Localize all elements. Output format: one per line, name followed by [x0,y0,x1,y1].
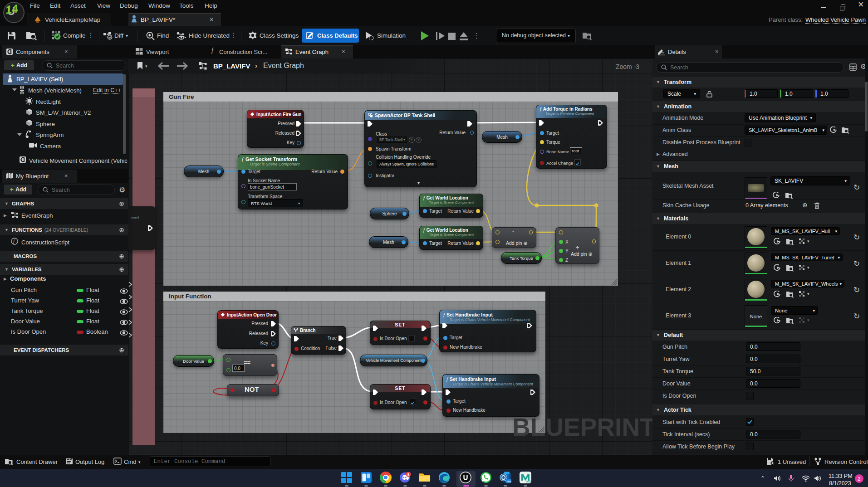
svg-text:MATE: MATE [526,480,531,483]
svg-text:f: f [13,239,15,244]
svg-text:8: 8 [407,472,410,477]
svg-text:PRE: PRE [506,480,511,483]
